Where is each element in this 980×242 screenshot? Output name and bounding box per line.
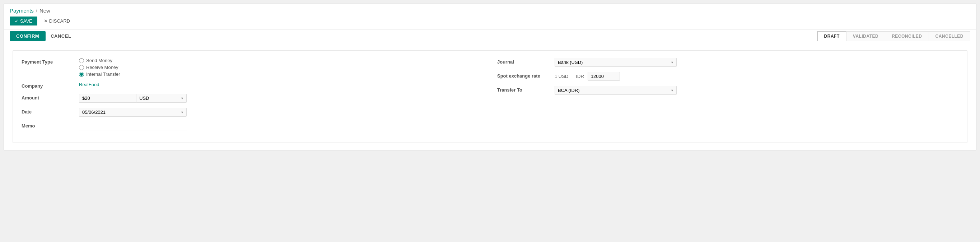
discard-icon: ✕ <box>44 18 48 24</box>
breadcrumb: Payments / New <box>10 8 970 14</box>
page-header: Payments / New ✓ SAVE ✕ DISCARD <box>4 4 976 29</box>
breadcrumb-current: New <box>40 8 50 14</box>
radio-internal-transfer-input[interactable] <box>79 72 84 77</box>
transfer-to-value: BCA (IDR) Mandiri (IDR) <box>555 86 958 95</box>
amount-value: USD IDR EUR <box>79 94 483 103</box>
payment-type-row: Payment Type Send Money Receive Money <box>22 58 483 77</box>
date-input[interactable] <box>79 108 187 117</box>
radio-internal-transfer[interactable]: Internal Transfer <box>79 72 483 77</box>
company-value: RealFood <box>79 82 483 87</box>
amount-input[interactable] <box>79 94 137 103</box>
currency-select-wrapper: USD IDR EUR <box>137 94 187 103</box>
transfer-select[interactable]: BCA (IDR) Mandiri (IDR) <box>555 86 677 95</box>
form-grid: Payment Type Send Money Receive Money <box>22 58 958 135</box>
form-section: Payment Type Send Money Receive Money <box>13 50 967 143</box>
company-row: Company RealFood <box>22 82 483 89</box>
radio-send-money-label: Send Money <box>86 58 112 63</box>
exchange-value-input[interactable] <box>588 72 620 81</box>
journal-select-wrapper: Bank (USD) Cash <box>555 58 677 67</box>
memo-row: Memo <box>22 122 483 131</box>
payment-type-value: Send Money Receive Money Internal Transf… <box>79 58 483 77</box>
spot-exchange-rate-row: Spot exchange rate 1 USD = IDR <box>497 72 958 81</box>
amount-label: Amount <box>22 94 79 100</box>
memo-input[interactable] <box>79 122 187 131</box>
discard-label: DISCARD <box>49 18 70 24</box>
date-value <box>79 108 483 117</box>
journal-select[interactable]: Bank (USD) Cash <box>555 58 677 67</box>
payment-type-label: Payment Type <box>22 58 79 65</box>
breadcrumb-separator: / <box>36 8 37 14</box>
form-area: Payment Type Send Money Receive Money <box>4 43 976 150</box>
exchange-rate-row: 1 USD = IDR <box>555 72 958 81</box>
journal-label: Journal <box>497 58 555 65</box>
toolbar: ✓ SAVE ✕ DISCARD <box>10 16 970 25</box>
amount-row: Amount USD IDR EUR <box>22 94 483 103</box>
date-select-wrapper <box>79 108 187 117</box>
status-reconciled[interactable]: RECONCILED <box>885 31 929 41</box>
company-label: Company <box>22 82 79 89</box>
breadcrumb-parent[interactable]: Payments <box>10 8 34 14</box>
save-icon: ✓ <box>15 18 19 24</box>
memo-label: Memo <box>22 122 79 129</box>
status-draft[interactable]: DRAFT <box>818 31 846 41</box>
page-wrapper: Payments / New ✓ SAVE ✕ DISCARD CONFIRM … <box>3 3 977 150</box>
form-left: Payment Type Send Money Receive Money <box>22 58 483 135</box>
radio-send-money-input[interactable] <box>79 58 84 63</box>
spot-exchange-rate-label: Spot exchange rate <box>497 72 555 79</box>
company-link[interactable]: RealFood <box>79 82 99 87</box>
save-button[interactable]: ✓ SAVE <box>10 16 37 25</box>
radio-receive-money[interactable]: Receive Money <box>79 65 483 70</box>
date-row: Date <box>22 108 483 117</box>
status-validated[interactable]: VALIDATED <box>846 31 885 41</box>
status-cancelled[interactable]: CANCELLED <box>929 31 970 41</box>
confirm-button[interactable]: CONFIRM <box>10 31 46 41</box>
discard-button[interactable]: ✕ DISCARD <box>40 16 74 25</box>
cancel-action-button[interactable]: CANCEL <box>46 31 76 41</box>
payment-type-radio-group: Send Money Receive Money Internal Transf… <box>79 58 483 77</box>
spot-exchange-rate-value: 1 USD = IDR <box>555 72 958 81</box>
radio-internal-transfer-label: Internal Transfer <box>86 72 120 77</box>
status-bar: DRAFT VALIDATED RECONCILED CANCELLED <box>818 31 970 41</box>
transfer-select-wrapper: BCA (IDR) Mandiri (IDR) <box>555 86 677 95</box>
amount-input-row: USD IDR EUR <box>79 94 483 103</box>
radio-receive-money-input[interactable] <box>79 65 84 70</box>
action-bar: CONFIRM CANCEL DRAFT VALIDATED RECONCILE… <box>4 29 976 43</box>
radio-send-money[interactable]: Send Money <box>79 58 483 63</box>
from-amount: 1 USD <box>555 73 568 79</box>
transfer-to-label: Transfer To <box>497 86 555 92</box>
journal-row: Journal Bank (USD) Cash <box>497 58 958 67</box>
date-label: Date <box>22 108 79 115</box>
currency-select[interactable]: USD IDR EUR <box>137 94 187 103</box>
memo-value <box>79 122 483 131</box>
journal-value: Bank (USD) Cash <box>555 58 958 67</box>
transfer-to-row: Transfer To BCA (IDR) Mandiri (IDR) <box>497 86 958 95</box>
form-right: Journal Bank (USD) Cash Spot <box>497 58 958 135</box>
equals-sign: = IDR <box>572 73 584 79</box>
radio-receive-money-label: Receive Money <box>86 65 118 70</box>
save-label: SAVE <box>20 18 32 24</box>
